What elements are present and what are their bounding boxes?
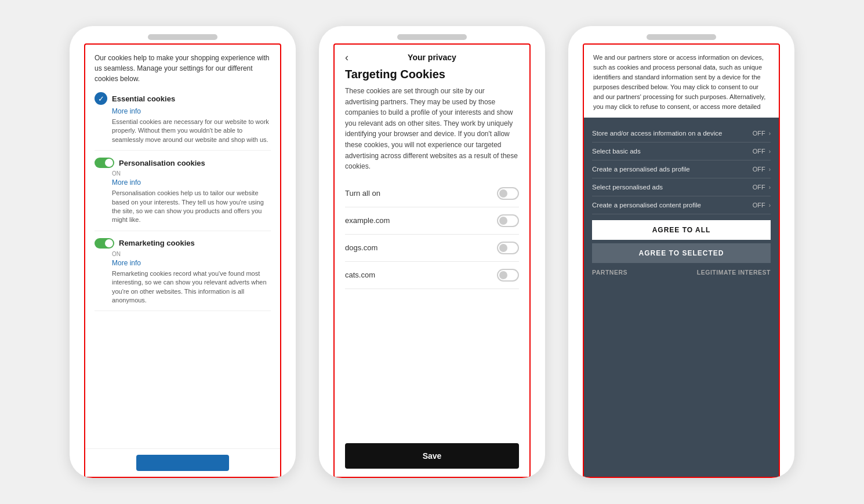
create-personalised-ads-label: Create a personalised ads profile — [592, 166, 690, 173]
remarketing-toggle[interactable] — [95, 238, 114, 249]
agree-to-all-button[interactable]: AGREE TO ALL — [592, 220, 771, 240]
personalisation-header: Personalisation cookies — [95, 158, 271, 168]
personalisation-toggle[interactable] — [95, 158, 114, 168]
example-com-toggle[interactable] — [497, 214, 519, 227]
create-personalised-content-chevron-icon[interactable]: › — [769, 202, 771, 209]
phone3-intro-text: We and our partners store or access info… — [593, 53, 769, 112]
turn-all-on-row: Turn all on — [345, 180, 519, 207]
personalisation-cookies-section: Personalisation cookies ON More info Per… — [95, 158, 271, 231]
phone-screen-2: ‹ Your privacy Targeting Cookies These c… — [333, 43, 531, 478]
cats-com-label: cats.com — [345, 271, 375, 279]
select-basic-ads-right: OFF › — [753, 148, 771, 155]
example-com-row: example.com — [345, 207, 519, 235]
select-personalised-ads-label: Select personalised ads — [592, 184, 663, 191]
turn-all-on-label: Turn all on — [345, 189, 380, 198]
dogs-com-label: dogs.com — [345, 243, 377, 252]
save-button[interactable]: Save — [345, 443, 519, 469]
phone-1: Our cookies help to make your shopping e… — [70, 26, 296, 478]
phone-3: We and our partners store or access info… — [568, 26, 794, 478]
phone-notch-3 — [647, 34, 716, 40]
essential-check-icon: ✓ — [95, 92, 107, 105]
select-personalised-ads-chevron-icon[interactable]: › — [769, 184, 771, 191]
remarketing-on-label: ON — [112, 251, 271, 257]
phone3-content: We and our partners store or access info… — [584, 45, 779, 477]
create-personalised-content-status: OFF — [753, 202, 765, 209]
store-access-item: Store and/or access information on a dev… — [592, 125, 771, 143]
create-personalised-content-right: OFF › — [753, 202, 771, 209]
remarketing-header: Remarketing cookies — [95, 238, 271, 249]
store-access-right: OFF › — [753, 130, 771, 137]
turn-all-on-toggle[interactable] — [497, 187, 519, 200]
select-personalised-ads-right: OFF › — [753, 184, 771, 191]
dogs-com-row: dogs.com — [345, 235, 519, 262]
essential-cookies-section: ✓ Essential cookies More info Essential … — [95, 92, 271, 151]
phone1-footer — [85, 448, 280, 477]
essential-header: ✓ Essential cookies — [95, 92, 271, 105]
phone2-header-title: Your privacy — [408, 53, 456, 62]
cats-com-toggle[interactable] — [497, 269, 519, 282]
agree-to-selected-button[interactable]: AGREE TO SELECTED — [592, 243, 771, 263]
remarketing-desc: Remarketing cookies record what you've f… — [112, 269, 271, 305]
store-access-chevron-icon[interactable]: › — [769, 130, 771, 137]
targeting-cookies-title: Targeting Cookies — [345, 68, 519, 81]
essential-title: Essential cookies — [112, 94, 175, 103]
back-button[interactable]: ‹ — [345, 52, 348, 64]
phone1-content: Our cookies help to make your shopping e… — [85, 45, 280, 448]
create-personalised-content-label: Create a personalised content profile — [592, 202, 701, 209]
cats-com-row: cats.com — [345, 262, 519, 289]
select-basic-ads-item: Select basic ads OFF › — [592, 143, 771, 160]
phone-screen-3: We and our partners store or access info… — [583, 43, 780, 478]
phone-2: ‹ Your privacy Targeting Cookies These c… — [319, 26, 545, 478]
create-personalised-ads-status: OFF — [753, 166, 765, 173]
select-basic-ads-chevron-icon[interactable]: › — [769, 148, 771, 155]
legitimate-interest-label: LEGITIMATE INTEREST — [697, 269, 771, 276]
create-personalised-ads-right: OFF › — [753, 166, 771, 173]
select-basic-ads-label: Select basic ads — [592, 148, 641, 155]
phone-notch-2 — [397, 34, 467, 40]
create-personalised-ads-item: Create a personalised ads profile OFF › — [592, 160, 771, 178]
phone1-intro: Our cookies help to make your shopping e… — [95, 53, 271, 84]
phone2-content: ‹ Your privacy Targeting Cookies These c… — [335, 45, 529, 477]
remarketing-cookies-section: Remarketing cookies ON More info Remarke… — [95, 238, 271, 312]
dogs-com-toggle[interactable] — [497, 242, 519, 254]
phone1-footer-button[interactable] — [136, 455, 229, 471]
phone-screen-1: Our cookies help to make your shopping e… — [84, 43, 281, 478]
essential-desc: Essential cookies are necessary for our … — [112, 118, 271, 144]
phone2-header: ‹ Your privacy — [345, 53, 519, 62]
store-access-status: OFF — [753, 130, 765, 137]
select-personalised-ads-item: Select personalised ads OFF › — [592, 178, 771, 196]
personalisation-title: Personalisation cookies — [119, 159, 205, 167]
remarketing-title: Remarketing cookies — [119, 239, 195, 247]
phone3-footer: PARTNERS LEGITIMATE INTEREST — [592, 266, 771, 276]
personalisation-more-info[interactable]: More info — [112, 178, 271, 187]
example-com-label: example.com — [345, 216, 390, 225]
remarketing-more-info[interactable]: More info — [112, 259, 271, 267]
targeting-cookies-rows: Turn all on example.com dogs.com cats.co… — [345, 180, 519, 435]
phone-notch-1 — [148, 34, 217, 40]
partners-label: PARTNERS — [592, 269, 627, 276]
create-personalised-ads-chevron-icon[interactable]: › — [769, 166, 771, 173]
essential-more-info[interactable]: More info — [112, 107, 271, 115]
select-personalised-ads-status: OFF — [753, 184, 765, 191]
personalisation-desc: Personalisation cookies help us to tailo… — [112, 189, 271, 225]
select-basic-ads-status: OFF — [753, 148, 765, 155]
create-personalised-content-item: Create a personalised content profile OF… — [592, 196, 771, 214]
phone3-top: We and our partners store or access info… — [584, 45, 779, 118]
store-access-label: Store and/or access information on a dev… — [592, 130, 722, 137]
phone3-dark-section: Store and/or access information on a dev… — [584, 118, 779, 477]
personalisation-on-label: ON — [112, 170, 271, 177]
targeting-cookies-desc: These cookies are set through our site b… — [345, 86, 519, 172]
